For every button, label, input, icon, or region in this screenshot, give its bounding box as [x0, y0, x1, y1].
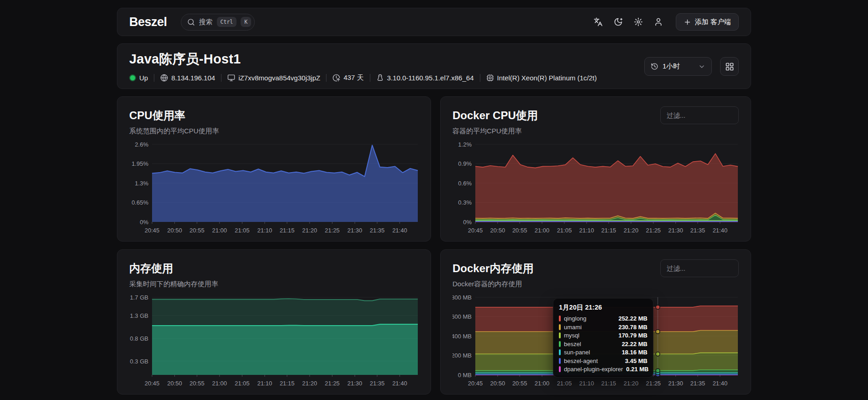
- svg-text:0.8 GB: 0.8 GB: [130, 335, 148, 342]
- svg-text:20:45: 20:45: [145, 380, 160, 387]
- svg-text:21:00: 21:00: [212, 380, 227, 387]
- linux-penguin-icon: [376, 74, 384, 82]
- search-input[interactable]: 搜索 Ctrl K: [181, 14, 255, 31]
- docker-memory-chart-card: Docker内存使用 Docker容器的内存使用 0 MB200 MB400 M…: [440, 249, 751, 395]
- host-ip: 8.134.196.104: [160, 74, 215, 82]
- svg-text:21:20: 21:20: [624, 227, 639, 234]
- host-uptime: 437 天: [332, 74, 363, 82]
- status-dot: [129, 74, 136, 81]
- svg-text:20:55: 20:55: [512, 380, 527, 387]
- docker-cpu-chart-subtitle: 容器的平均CPU使用率: [452, 127, 739, 136]
- charts-grid: CPU使用率 系统范围内的平均CPU使用率 0%0.65%1.3%1.95%2.…: [117, 96, 751, 395]
- host-uptime-value: 437 天: [343, 74, 363, 82]
- moon-star-icon: [614, 17, 623, 26]
- container-memory-value: 252.22 MB: [618, 315, 647, 322]
- svg-text:1.7 GB: 1.7 GB: [130, 295, 148, 301]
- plus-icon: [684, 18, 691, 26]
- svg-text:21:30: 21:30: [668, 227, 683, 234]
- user-menu-button[interactable]: [654, 17, 663, 26]
- svg-text:21:05: 21:05: [235, 380, 250, 387]
- svg-text:21:30: 21:30: [668, 380, 683, 387]
- series-color-swatch: [559, 316, 561, 321]
- docker-cpu-chart[interactable]: 0%0.3%0.6%0.9%1.2%20:4520:5020:5521:0021…: [452, 142, 740, 236]
- svg-text:21:05: 21:05: [235, 227, 250, 234]
- docker-cpu-chart-card: Docker CPU使用 容器的平均CPU使用率 0%0.3%0.6%0.9%1…: [440, 96, 751, 242]
- memory-usage-chart[interactable]: 0.3 GB0.8 GB1.3 GB1.7 GB20:4520:5020:552…: [129, 295, 420, 389]
- container-memory-value: 0.21 MB: [626, 366, 648, 373]
- layout-grid-icon: [725, 62, 734, 71]
- languages-icon: [594, 17, 603, 26]
- container-memory-value: 3.45 MB: [625, 358, 647, 364]
- svg-text:800 MB: 800 MB: [452, 295, 472, 301]
- language-button[interactable]: [594, 17, 603, 26]
- svg-text:21:25: 21:25: [646, 380, 661, 387]
- divider: [326, 74, 326, 82]
- tooltip-rows: qinglong252.22 MBumami230.78 MBmysql170.…: [559, 315, 647, 373]
- tooltip-row: beszel22.22 MB: [559, 341, 647, 347]
- cpu-chart-title: CPU使用率: [129, 108, 419, 123]
- svg-text:21:00: 21:00: [212, 227, 227, 234]
- kbd-ctrl: Ctrl: [217, 17, 237, 27]
- tooltip-row: qinglong252.22 MB: [559, 315, 647, 322]
- add-client-button[interactable]: 添加 客户端: [676, 13, 739, 31]
- svg-text:0%: 0%: [463, 219, 472, 226]
- series-color-swatch: [559, 341, 561, 347]
- container-name: qinglong: [564, 315, 586, 322]
- status-label: Up: [139, 74, 148, 82]
- container-name: beszel-agent: [564, 358, 598, 364]
- svg-text:21:30: 21:30: [347, 227, 363, 234]
- cpu-chart-subtitle: 系统范围内的平均CPU使用率: [129, 127, 419, 136]
- chevron-down-icon: [698, 63, 705, 70]
- svg-text:21:35: 21:35: [370, 380, 385, 387]
- chart-tooltip: 1月20日 21:26 qinglong252.22 MBumami230.78…: [553, 298, 653, 378]
- clock-arrow-up-icon: [332, 74, 340, 82]
- beszel-dashboard: Beszel 搜索 Ctrl K: [0, 0, 868, 400]
- docker-memory-chart-subtitle: Docker容器的内存使用: [452, 280, 739, 289]
- svg-text:20:45: 20:45: [468, 227, 483, 234]
- host-header: Java陈序员-Host1 Up 8.134.196.104 iZ7xv8mog…: [117, 43, 751, 89]
- cpu-chart-card: CPU使用率 系统范围内的平均CPU使用率 0%0.65%1.3%1.95%2.…: [117, 96, 431, 242]
- svg-text:21:30: 21:30: [347, 380, 363, 387]
- svg-text:21:40: 21:40: [392, 227, 407, 234]
- divider: [154, 74, 154, 82]
- svg-text:21:35: 21:35: [370, 227, 385, 234]
- svg-text:20:50: 20:50: [167, 380, 182, 387]
- svg-text:20:55: 20:55: [512, 227, 527, 234]
- time-range-value: 1小时: [663, 62, 680, 71]
- docker-cpu-filter-input[interactable]: [660, 106, 739, 124]
- svg-text:21:25: 21:25: [325, 227, 340, 234]
- cpu-usage-chart[interactable]: 0%0.65%1.3%1.95%2.6%20:4520:5020:5521:00…: [129, 142, 420, 236]
- host-hostname: iZ7xv8mogva854vg30j3jpZ: [227, 74, 320, 82]
- svg-text:0.6%: 0.6%: [458, 180, 472, 187]
- svg-text:21:15: 21:15: [601, 227, 616, 234]
- svg-text:21:05: 21:05: [557, 380, 572, 387]
- svg-text:1.95%: 1.95%: [132, 160, 148, 167]
- tooltip-row: dpanel-plugin-explorer0.21 MB: [559, 366, 647, 373]
- layout-grid-button[interactable]: [720, 57, 739, 76]
- svg-text:20:45: 20:45: [468, 380, 483, 387]
- container-name: beszel: [564, 341, 581, 347]
- svg-text:21:10: 21:10: [257, 227, 272, 234]
- settings-button[interactable]: [634, 17, 643, 26]
- svg-text:1.3%: 1.3%: [135, 180, 148, 187]
- time-range-select[interactable]: 1小时: [644, 57, 712, 76]
- svg-text:21:15: 21:15: [279, 227, 295, 234]
- svg-text:21:35: 21:35: [690, 227, 705, 234]
- svg-text:21:40: 21:40: [713, 380, 728, 387]
- docker-memory-filter-input[interactable]: [660, 259, 739, 277]
- kbd-k: K: [241, 17, 251, 27]
- container-name: dpanel-plugin-explorer: [564, 366, 623, 373]
- host-hostname-value: iZ7xv8mogva854vg30j3jpZ: [238, 74, 320, 82]
- tooltip-row: umami230.78 MB: [559, 324, 647, 331]
- top-navbar: Beszel 搜索 Ctrl K: [117, 8, 751, 36]
- svg-text:20:55: 20:55: [189, 380, 205, 387]
- svg-text:20:45: 20:45: [145, 227, 160, 234]
- svg-text:20:55: 20:55: [189, 227, 205, 234]
- svg-text:21:25: 21:25: [325, 380, 340, 387]
- host-kernel-value: 3.10.0-1160.95.1.el7.x86_64: [387, 74, 474, 82]
- memory-chart-subtitle: 采集时间下的精确内存使用率: [129, 280, 419, 289]
- memory-chart-title: 内存使用: [129, 261, 419, 276]
- svg-text:21:40: 21:40: [713, 227, 728, 234]
- svg-text:0.65%: 0.65%: [132, 199, 148, 206]
- theme-toggle-button[interactable]: [614, 17, 623, 26]
